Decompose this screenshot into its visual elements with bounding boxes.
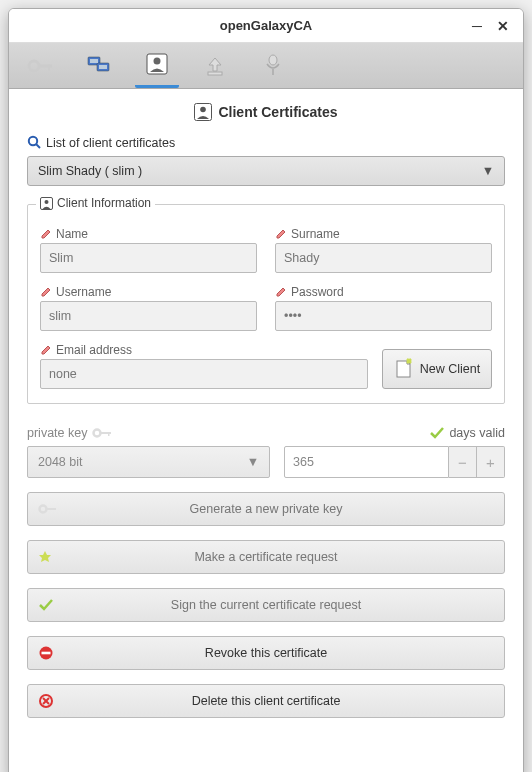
password-label: Password [275,285,492,299]
toolbar-mic-button[interactable] [251,44,295,88]
edit-icon [275,228,287,240]
mic-icon [264,54,282,78]
svg-point-22 [40,506,47,513]
content-area: Client Certificates List of client certi… [9,89,523,772]
titlebar: openGalaxyCA ─ ✕ [9,9,523,43]
svg-rect-9 [208,72,222,75]
key-size-select[interactable]: 2048 bit ▼ [27,446,270,478]
surname-label: Surname [275,227,492,241]
servers-icon [85,55,113,77]
star-icon [38,550,52,564]
svg-point-8 [154,58,161,65]
client-icon [194,103,212,121]
client-select-value: Slim Shady ( slim ) [38,164,142,178]
svg-point-14 [29,137,37,145]
document-icon [394,358,414,380]
svg-rect-25 [42,652,51,655]
key-icon [27,57,55,75]
svg-point-19 [94,430,101,437]
stepper-plus[interactable]: + [477,446,505,478]
generate-key-button[interactable]: Generate a new private key [27,492,505,526]
key-icon [92,427,114,439]
page-heading: Client Certificates [27,103,505,121]
svg-point-0 [29,61,39,71]
check-icon [38,598,54,612]
delete-icon [38,693,54,709]
forbidden-icon [38,645,54,661]
edit-icon [40,286,52,298]
days-valid-label: days valid [449,426,505,440]
client-info-fieldset: Client Information Name Slim Surname Sha… [27,204,505,404]
svg-rect-23 [46,508,56,510]
stepper-minus[interactable]: − [449,446,477,478]
svg-rect-2 [48,64,50,70]
sign-request-button[interactable]: Sign the current certificate request [27,588,505,622]
surname-field[interactable]: Shady [275,243,492,273]
check-icon [429,426,445,440]
fieldset-legend: Client Information [36,196,155,210]
svg-rect-21 [108,432,110,436]
email-label: Email address [40,343,368,357]
private-key-label: private key [27,426,87,440]
search-icon [27,135,42,150]
password-field[interactable]: •••• [275,301,492,331]
days-valid-stepper: 365 − + [284,446,505,478]
days-valid-input[interactable]: 365 [284,446,449,478]
client-select[interactable]: Slim Shady ( slim ) ▼ [27,156,505,186]
upload-icon [204,55,226,77]
name-label: Name [40,227,257,241]
toolbar-key-button[interactable] [19,44,63,88]
name-field[interactable]: Slim [40,243,257,273]
chevron-down-icon: ▼ [247,455,259,469]
client-icon [40,197,53,210]
key-icon [38,503,58,515]
username-label: Username [40,285,257,299]
toolbar [9,43,523,89]
close-button[interactable]: ✕ [489,9,517,43]
svg-point-17 [45,200,49,204]
svg-point-10 [269,55,277,65]
window-title: openGalaxyCA [220,18,312,33]
edit-icon [40,228,52,240]
toolbar-upload-button[interactable] [193,44,237,88]
new-client-button[interactable]: New Client [382,349,492,389]
list-label: List of client certificates [27,135,505,150]
toolbar-servers-button[interactable] [77,44,121,88]
edit-icon [275,286,287,298]
minimize-button[interactable]: ─ [463,9,491,43]
make-request-button[interactable]: Make a certificate request [27,540,505,574]
client-icon [146,53,168,75]
chevron-down-icon: ▼ [482,164,494,178]
toolbar-clients-button[interactable] [135,44,179,88]
svg-line-15 [36,144,40,148]
svg-point-13 [201,107,207,113]
edit-icon [40,344,52,356]
email-field[interactable]: none [40,359,368,389]
username-field[interactable]: slim [40,301,257,331]
delete-button[interactable]: Delete this client certificate [27,684,505,718]
key-days-labels: private key days valid [27,426,505,440]
svg-rect-5 [90,59,98,63]
revoke-button[interactable]: Revoke this certificate [27,636,505,670]
svg-rect-6 [99,65,107,69]
app-window: openGalaxyCA ─ ✕ Client Certificates Lis… [8,8,524,772]
